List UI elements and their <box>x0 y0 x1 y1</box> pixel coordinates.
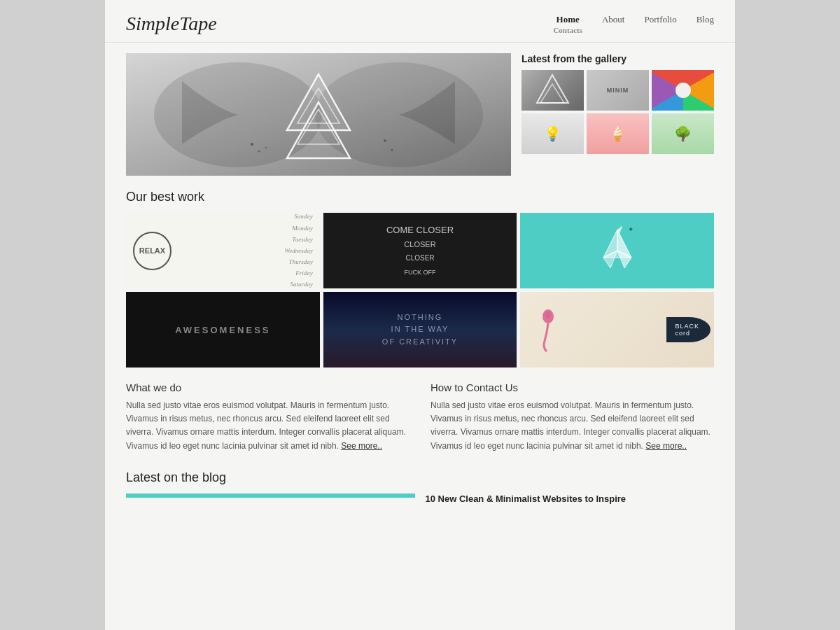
what-we-do-title: What we do <box>126 382 410 393</box>
gallery-grid: MINIM 💡 🍦 🌳 <box>522 70 714 154</box>
what-we-do-text: Nulla sed justo vitae eros euismod volut… <box>126 399 410 453</box>
svg-marker-13 <box>537 75 568 103</box>
svg-point-10 <box>265 147 267 148</box>
gallery-sidebar: Latest from the gallery MINIM <box>522 53 714 176</box>
come-closer-text: COME CLOSERCLOSERCLOSERFUCK OFF <box>386 223 454 278</box>
thumb-triangles <box>522 70 584 111</box>
hero-image <box>126 53 511 176</box>
work-item-come-closer[interactable]: COME CLOSERCLOSERCLOSERFUCK OFF <box>323 213 517 288</box>
info-row: What we do Nulla sed justo vitae eros eu… <box>126 382 714 453</box>
main-nav: Home Contacts About Portfolio Blog <box>533 14 714 34</box>
what-we-do-see-more[interactable]: See more.. <box>341 441 382 451</box>
gallery-thumb-5[interactable]: 🍦 <box>587 113 649 154</box>
relax-badge: RELAX <box>133 232 172 270</box>
blog-green-bar <box>126 493 415 498</box>
blog-item-right: 10 New Clean & Minimalist Websites to In… <box>426 493 715 504</box>
svg-point-23 <box>545 312 551 318</box>
creativity-text: NOTHINGIN THE WAYOF CREATIVITY <box>382 312 458 349</box>
work-item-bird[interactable]: ✦ <box>520 213 714 288</box>
best-work-title: Our best work <box>126 190 714 204</box>
blog-row: 10 New Clean & Minimalist Websites to In… <box>126 493 714 504</box>
work-item-blackcord[interactable]: BLACKcord <box>520 292 714 368</box>
relax-days: SundayMondayTuesdayWednesdayThursdayFrid… <box>284 213 312 288</box>
thumb-icecream: 🍦 <box>587 113 649 154</box>
what-we-do-col: What we do Nulla sed justo vitae eros eu… <box>126 382 410 453</box>
gallery-title: Latest from the gallery <box>522 53 714 64</box>
gallery-thumb-6[interactable]: 🌳 <box>652 113 714 154</box>
blog-section-title: Latest on the blog <box>126 470 714 485</box>
thumb-tree: 🌳 <box>652 113 714 154</box>
awesomeness-text: AWESOMENESS <box>175 325 270 335</box>
svg-point-8 <box>251 143 253 146</box>
thumb-minim: MINIM <box>587 70 649 111</box>
contact-see-more[interactable]: See more.. <box>645 441 687 451</box>
work-item-relax[interactable]: RELAX SundayMondayTuesdayWednesdayThursd… <box>126 213 320 288</box>
nav-item-blog[interactable]: Blog <box>696 14 714 25</box>
work-grid: RELAX SundayMondayTuesdayWednesdayThursd… <box>126 213 714 368</box>
nav-home-sub: Contacts <box>553 26 582 34</box>
thumb-colorwheel <box>652 70 714 111</box>
gallery-thumb-1[interactable] <box>522 70 584 111</box>
header: SimpleTape Home Contacts About Portfolio… <box>105 0 735 43</box>
hero-gallery-row: Latest from the gallery MINIM <box>126 53 714 176</box>
nav-about-label: About <box>602 14 625 25</box>
site-logo[interactable]: SimpleTape <box>126 13 217 35</box>
blog-item-right-title[interactable]: 10 New Clean & Minimalist Websites to In… <box>426 493 715 504</box>
work-item-awesomeness[interactable]: AWESOMENESS <box>126 292 320 368</box>
gallery-thumb-2[interactable]: MINIM <box>587 70 649 111</box>
nav-portfolio-label: Portfolio <box>644 14 676 25</box>
flamingo-svg <box>527 295 569 358</box>
svg-marker-14 <box>540 84 564 103</box>
svg-point-11 <box>384 139 386 142</box>
thumb-bulb: 💡 <box>522 113 584 154</box>
work-item-creativity[interactable]: NOTHINGIN THE WAYOF CREATIVITY <box>323 292 517 368</box>
nav-item-portfolio[interactable]: Portfolio <box>644 14 676 25</box>
svg-point-9 <box>258 150 260 153</box>
nav-item-home[interactable]: Home Contacts <box>553 14 582 34</box>
main-content: Latest from the gallery MINIM <box>105 43 735 514</box>
contact-col: How to Contact Us Nulla sed justo vitae … <box>430 382 714 453</box>
gallery-thumb-4[interactable]: 💡 <box>522 113 584 154</box>
contact-title: How to Contact Us <box>430 382 714 393</box>
contact-text: Nulla sed justo vitae eros euismod volut… <box>430 399 714 453</box>
blackcord-label: BLACKcord <box>666 317 710 342</box>
nav-home-label: Home <box>556 14 580 25</box>
nav-item-about[interactable]: About <box>602 14 625 25</box>
nav-blog-label: Blog <box>696 14 714 25</box>
gallery-thumb-3[interactable] <box>652 70 714 111</box>
bird-svg: ✦ <box>586 219 649 282</box>
svg-point-12 <box>391 149 393 151</box>
blog-item-left <box>126 493 415 504</box>
svg-text:✦: ✦ <box>628 225 634 233</box>
